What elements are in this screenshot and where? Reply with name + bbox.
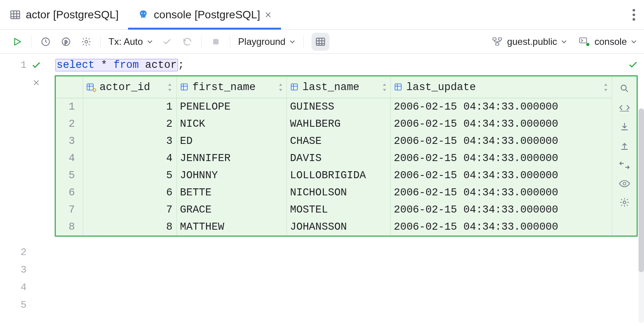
tx-mode-label: Tx: Auto <box>109 36 143 47</box>
compare-icon[interactable] <box>619 161 630 170</box>
svg-rect-15 <box>580 38 587 43</box>
sort-icon[interactable] <box>278 83 283 91</box>
cell-first_name[interactable]: JOHNNY <box>177 167 287 184</box>
ddl-icon[interactable] <box>619 103 630 112</box>
cell-last_update[interactable]: 2006-02-15 04:34:33.000000 <box>391 150 612 167</box>
cell-last_update[interactable]: 2006-02-15 04:34:33.000000 <box>391 98 612 115</box>
toolbar: p Tx: Auto Playground <box>0 30 644 54</box>
export-download-icon[interactable] <box>620 122 629 132</box>
row-index: 3 <box>56 133 83 150</box>
svg-point-9 <box>85 40 88 43</box>
column-header-actor_id[interactable]: actor_id <box>83 76 177 98</box>
settings-button[interactable] <box>80 34 93 50</box>
row-index: 7 <box>56 201 83 218</box>
tx-mode-dropdown[interactable]: Tx: Auto <box>109 36 153 47</box>
row-index: 4 <box>56 150 83 167</box>
sort-icon[interactable] <box>167 83 173 91</box>
ide-menu-button[interactable] <box>624 0 644 29</box>
code-line[interactable]: select * from actor; <box>55 56 644 74</box>
run-button[interactable] <box>11 34 23 50</box>
column-header-last_update[interactable]: last_update <box>391 76 612 98</box>
column-header-last_name[interactable]: last_name <box>287 76 391 98</box>
cell-actor_id[interactable]: 8 <box>83 218 177 236</box>
cell-actor_id[interactable]: 5 <box>83 167 177 184</box>
column-header-first_name[interactable]: first_name <box>177 76 287 98</box>
tab-label: actor [PostgreSQL] <box>26 9 119 21</box>
eye-icon[interactable] <box>619 179 630 188</box>
cell-last_update[interactable]: 2006-02-15 04:34:33.000000 <box>391 167 612 184</box>
cancel-query-button[interactable] <box>210 34 222 50</box>
schema-label: guest.public <box>507 36 557 47</box>
commit-button[interactable] <box>161 34 173 50</box>
cell-first_name[interactable]: ED <box>177 133 287 150</box>
cell-last_name[interactable]: CHASE <box>287 133 391 150</box>
gutter: 1 2 3 4 5 <box>0 54 55 326</box>
cell-actor_id[interactable]: 1 <box>83 98 177 115</box>
grid-settings-icon[interactable] <box>619 197 630 207</box>
sort-icon[interactable] <box>382 83 387 91</box>
svg-rect-17 <box>87 84 93 90</box>
schema-selector[interactable]: guest.public <box>492 36 567 47</box>
table-row[interactable]: 22NICKWAHLBERG2006-02-15 04:34:33.000000 <box>56 115 612 133</box>
svg-point-24 <box>623 201 626 204</box>
table-row[interactable]: 88MATTHEWJOHANSSON2006-02-15 04:34:33.00… <box>56 218 612 236</box>
svg-point-3 <box>633 9 635 12</box>
cell-first_name[interactable]: PENELOPE <box>177 98 287 115</box>
cell-last_name[interactable]: MOSTEL <box>287 201 391 218</box>
cell-last_name[interactable]: GUINESS <box>287 98 391 115</box>
cell-actor_id[interactable]: 2 <box>83 115 177 133</box>
playground-label: Playground <box>238 36 285 47</box>
cell-last_update[interactable]: 2006-02-15 04:34:33.000000 <box>391 133 612 150</box>
row-index: 2 <box>56 115 83 133</box>
cell-first_name[interactable]: BETTE <box>177 184 287 201</box>
cell-actor_id[interactable]: 3 <box>83 133 177 150</box>
cell-last_update[interactable]: 2006-02-15 04:34:33.000000 <box>391 201 612 218</box>
line-number: 1 <box>0 59 27 71</box>
sort-icon[interactable] <box>603 83 608 91</box>
table-row[interactable]: 11PENELOPEGUINESS2006-02-15 04:34:33.000… <box>56 98 612 115</box>
cell-first_name[interactable]: MATTHEW <box>177 218 287 236</box>
cell-first_name[interactable]: JENNIFER <box>177 150 287 167</box>
rollback-button[interactable] <box>181 34 194 50</box>
cell-actor_id[interactable]: 6 <box>83 184 177 201</box>
playground-dropdown[interactable]: Playground <box>238 36 295 47</box>
line-number: 3 <box>0 264 27 276</box>
cell-last_update[interactable]: 2006-02-15 04:34:33.000000 <box>391 218 612 236</box>
cell-last_update[interactable]: 2006-02-15 04:34:33.000000 <box>391 184 612 201</box>
cell-last_update[interactable]: 2006-02-15 04:34:33.000000 <box>391 115 612 133</box>
table-row[interactable]: 77GRACEMOSTEL2006-02-15 04:34:33.000000 <box>56 201 612 218</box>
history-button[interactable] <box>39 34 52 50</box>
table-row[interactable]: 33EDCHASE2006-02-15 04:34:33.000000 <box>56 133 612 150</box>
import-upload-icon[interactable] <box>620 141 629 151</box>
line-number: 4 <box>0 282 27 293</box>
table-row[interactable]: 55JOHNNYLOLLOBRIGIDA2006-02-15 04:34:33.… <box>56 167 612 184</box>
search-icon[interactable] <box>619 83 630 94</box>
cell-first_name[interactable]: NICK <box>177 115 287 133</box>
cell-last_name[interactable]: NICHOLSON <box>287 184 391 201</box>
cell-actor_id[interactable]: 4 <box>83 150 177 167</box>
close-results-icon[interactable] <box>27 79 46 86</box>
svg-point-1 <box>141 12 142 14</box>
cell-last_name[interactable]: JOHANSSON <box>287 218 391 236</box>
row-index: 1 <box>56 98 83 115</box>
cell-first_name[interactable]: GRACE <box>177 201 287 218</box>
row-index: 8 <box>56 218 83 236</box>
explain-plan-button[interactable]: p <box>60 34 72 50</box>
cell-actor_id[interactable]: 7 <box>83 201 177 218</box>
table-row[interactable]: 44JENNIFERDAVIS2006-02-15 04:34:33.00000… <box>56 150 612 167</box>
in-editor-results-button[interactable] <box>311 33 329 51</box>
cell-last_name[interactable]: DAVIS <box>287 150 391 167</box>
cell-last_name[interactable]: LOLLOBRIGIDA <box>287 167 391 184</box>
table-row[interactable]: 66BETTENICHOLSON2006-02-15 04:34:33.0000… <box>56 184 612 201</box>
scrollbar-thumb[interactable] <box>639 108 644 272</box>
tab-console[interactable]: console [PostgreSQL] <box>128 0 281 29</box>
line-number: 5 <box>0 299 27 311</box>
analysis-ok-icon[interactable] <box>624 56 642 73</box>
work-area: 1 2 3 4 5 select * from actor; <box>0 54 644 326</box>
tab-actor[interactable]: actor [PostgreSQL] <box>0 0 128 29</box>
svg-point-22 <box>621 85 626 90</box>
scrollbar[interactable] <box>639 108 644 323</box>
close-icon[interactable] <box>265 11 272 18</box>
cell-last_name[interactable]: WAHLBERG <box>287 115 391 133</box>
datasource-selector[interactable]: console <box>579 36 637 47</box>
